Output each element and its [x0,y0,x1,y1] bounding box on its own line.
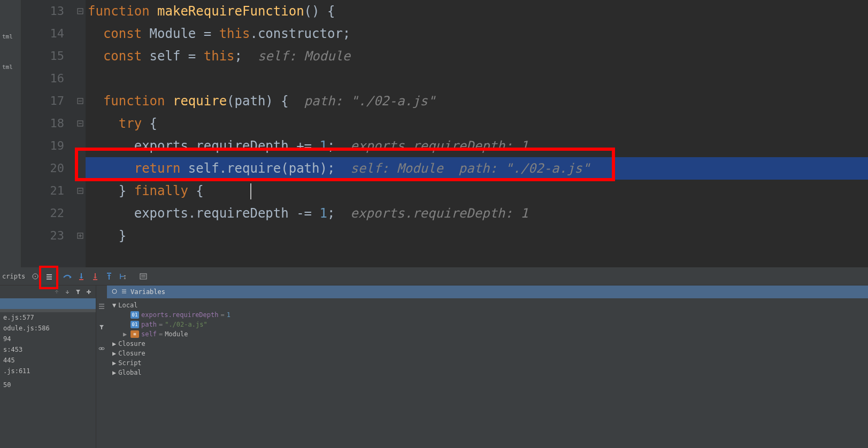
var-row[interactable]: 01 exports.requireDepth = 1 [107,310,868,320]
code-editor[interactable]: 13 14 15 16 17 18 19 20 21 22 23 functio… [21,0,868,267]
frames-panel: e.js:577 odule.js:586 94 s:453 445 .js:6… [0,285,96,448]
list-icon [121,288,127,296]
scope-global[interactable]: ▶Global [107,368,868,377]
target-icon[interactable] [29,271,41,282]
project-sidebar: tml tml [0,0,21,267]
text-caret [250,183,251,199]
line-number: 23 [21,225,64,247]
scope-closure[interactable]: ▶Closure [107,349,868,358]
fold-end-icon[interactable] [75,225,86,247]
variables-panel: Variables ▼Local 01 exports.requireDepth… [107,285,868,448]
frame-item[interactable]: e.js:577 [0,312,96,323]
frame-item[interactable]: s:453 [0,344,96,355]
scope-local[interactable]: ▼Local [107,300,868,310]
frames-list[interactable]: e.js:577 odule.js:586 94 s:453 445 .js:6… [0,298,96,390]
svg-point-33 [112,289,117,293]
list-icon[interactable] [43,271,55,282]
evaluate-button[interactable] [137,271,149,282]
line-number: 21 [21,180,64,202]
var-row[interactable]: ▶ ≡ self = Module [107,329,868,339]
add-icon[interactable] [84,287,94,297]
line-number: 13 [21,0,64,22]
variables-title: Variables [130,288,165,296]
fold-minus-icon[interactable] [75,90,86,112]
code-body[interactable]: function makeRequireFunction() { const M… [86,0,868,267]
line-number: 18 [21,112,64,135]
variables-header: Variables [107,285,868,298]
line-number: 19 [21,135,64,157]
step-into-button[interactable] [75,271,87,282]
frame-item[interactable]: 445 [0,355,96,366]
line-gutter: 13 14 15 16 17 18 19 20 21 22 23 [21,0,75,267]
frame-item[interactable]: 94 [0,334,96,344]
frame-item[interactable]: .js:611 [0,366,96,376]
var-row[interactable]: 01 path = "./02-a.js" [107,320,868,329]
var-badge-icon: 01 [130,311,139,319]
line-number: 22 [21,202,64,225]
frame-item-selected[interactable] [0,298,96,309]
sidebar-file[interactable]: tml [0,32,21,41]
frame-next-icon[interactable] [63,287,72,297]
scripts-label: cripts [2,273,25,280]
sidebar-file[interactable]: tml [0,63,21,72]
filter-icon[interactable] [73,287,83,297]
frame-prev-icon[interactable] [52,287,62,297]
line-number: 16 [21,67,64,90]
force-step-into-button[interactable] [89,271,101,282]
debug-toolbar: cripts I [0,267,868,285]
fold-minus-icon[interactable] [75,112,86,135]
svg-rect-23 [140,274,147,279]
svg-point-32 [101,347,104,350]
svg-text:I: I [124,275,126,280]
tool-icon[interactable] [98,302,105,312]
line-number: 17 [21,90,64,112]
fold-minus-icon[interactable] [75,0,86,22]
var-badge-icon: 01 [130,321,139,328]
fold-column [75,0,86,267]
variables-tree[interactable]: ▼Local 01 exports.requireDepth = 1 01 pa… [107,298,868,380]
execution-line: return self.require(path); self: Module … [86,157,868,180]
target-icon [111,288,118,296]
line-number: 20 [21,157,64,180]
fold-minus-icon[interactable] [75,180,86,202]
step-out-button[interactable] [103,271,115,282]
frame-item[interactable]: odule.js:586 [0,323,96,334]
var-badge-icon: ≡ [130,330,139,338]
filter-icon[interactable] [98,322,105,333]
scope-closure[interactable]: ▶Closure [107,339,868,349]
run-to-cursor-button[interactable]: I [117,271,129,282]
link-icon[interactable] [98,343,105,353]
line-number: 15 [21,45,64,67]
side-icon-strip [96,285,107,448]
step-over-button[interactable] [62,271,73,282]
frame-item[interactable]: 50 [0,380,96,390]
svg-point-12 [35,276,36,277]
debug-panel: cripts I e.js:577 odule.js:586 94 [0,267,868,448]
scope-script[interactable]: ▶Script [107,358,868,368]
line-number: 14 [21,22,64,45]
